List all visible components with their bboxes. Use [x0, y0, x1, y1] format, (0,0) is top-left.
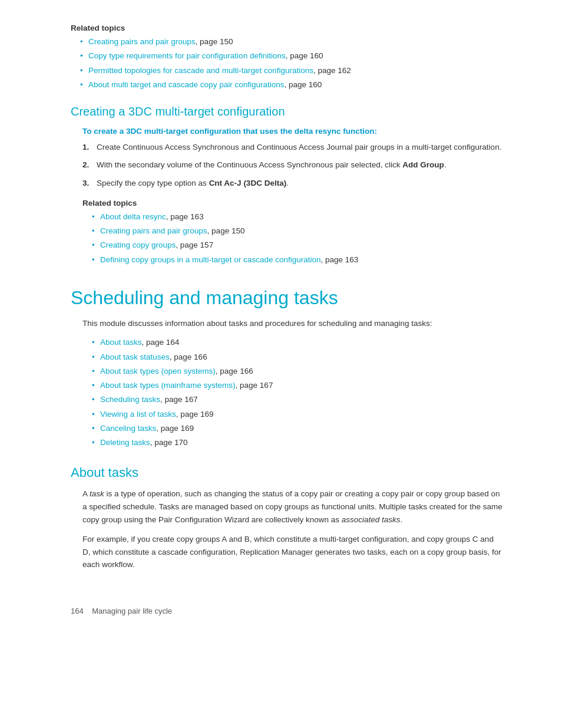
scheduling-list: About tasks, page 164 About task statuse…	[92, 337, 503, 449]
list-item: Viewing a list of tasks, page 169	[92, 409, 503, 420]
step-num: 3.	[82, 177, 97, 189]
page-ref: , page 167	[160, 395, 198, 404]
link-creating-pairs[interactable]: Creating pairs and pair groups	[88, 37, 196, 46]
section-scheduling: Scheduling and managing tasks This modul…	[71, 287, 503, 449]
list-item: Creating pairs and pair groups, page 150	[92, 225, 503, 237]
footer-page-number: 164	[71, 607, 84, 615]
link-about-multi-target[interactable]: About multi target and cascade copy pair…	[88, 80, 284, 89]
section-3dc-heading: Creating a 3DC multi-target configuratio…	[71, 105, 503, 118]
list-item: About task statuses, page 166	[92, 351, 503, 363]
link-deleting-tasks[interactable]: Deleting tasks	[100, 438, 150, 447]
list-item: Scheduling tasks, page 167	[92, 394, 503, 406]
list-item: About task types (mainframe systems), pa…	[92, 380, 503, 391]
scheduling-intro: This module discusses information about …	[82, 317, 503, 330]
about-tasks-para1: A task is a type of operation, such as c…	[82, 487, 503, 526]
page-ref: , page 162	[313, 66, 351, 75]
step-1: 1. Create Continuous Access Synchronous …	[82, 141, 503, 153]
link-about-task-types-open[interactable]: About task types (open systems)	[100, 367, 216, 375]
steps-list: 1. Create Continuous Access Synchronous …	[82, 141, 503, 189]
link-scheduling-tasks[interactable]: Scheduling tasks	[100, 395, 160, 404]
section-3dc-body: To create a 3DC multi-target configurati…	[82, 127, 503, 266]
list-item: About multi target and cascade copy pair…	[80, 79, 503, 91]
page-ref: , page 150	[207, 226, 245, 235]
page-content: Related topics Creating pairs and pair g…	[0, 0, 562, 651]
link-defining-copy-groups[interactable]: Defining copy groups in a multi-target o…	[100, 255, 320, 264]
list-item: About tasks, page 164	[92, 337, 503, 348]
step-3: 3. Specify the copy type option as Cnt A…	[82, 177, 503, 189]
list-item: About delta resync, page 163	[92, 211, 503, 223]
link-about-task-statuses[interactable]: About task statuses	[100, 353, 170, 361]
major-heading-scheduling: Scheduling and managing tasks	[71, 287, 503, 309]
link-about-tasks[interactable]: About tasks	[100, 338, 142, 347]
section-about-tasks-heading: About tasks	[71, 465, 503, 480]
page-ref: , page 163	[320, 255, 358, 264]
related-topics-top-label: Related topics	[71, 24, 503, 32]
page-ref: , page 166	[170, 353, 207, 361]
page-ref: , page 166	[216, 367, 253, 375]
section-3dc: Creating a 3DC multi-target configuratio…	[71, 105, 503, 266]
link-about-task-types-mainframe[interactable]: About task types (mainframe systems)	[100, 381, 236, 390]
related-topics-3dc-label: Related topics	[82, 199, 503, 207]
list-item: Creating copy groups, page 157	[92, 239, 503, 251]
link-about-delta-resync[interactable]: About delta resync	[100, 212, 166, 221]
list-item: Canceling tasks, page 169	[92, 423, 503, 434]
link-copy-type-req[interactable]: Copy type requirements for pair configur…	[88, 51, 286, 60]
page-ref: , page 169	[176, 410, 214, 419]
link-permitted-topologies[interactable]: Permitted topologies for cascade and mul…	[88, 66, 313, 75]
page-ref: , page 160	[284, 80, 322, 89]
link-creating-copy-groups[interactable]: Creating copy groups	[100, 241, 176, 249]
list-item: Deleting tasks, page 170	[92, 437, 503, 449]
list-item: About task types (open systems), page 16…	[92, 365, 503, 377]
link-canceling-tasks[interactable]: Canceling tasks	[100, 424, 156, 433]
link-viewing-list[interactable]: Viewing a list of tasks	[100, 410, 176, 419]
page-ref: , page 167	[236, 381, 273, 390]
page-ref: , page 150	[196, 37, 233, 46]
sub-heading-3dc: To create a 3DC multi-target configurati…	[82, 127, 503, 136]
link-creating-pairs-2[interactable]: Creating pairs and pair groups	[100, 226, 207, 235]
step-text: Specify the copy type option as Cnt Ac-J…	[97, 177, 503, 189]
about-tasks-para2: For example, if you create copy groups A…	[82, 533, 503, 571]
footer-text: Managing pair life cycle	[92, 607, 172, 615]
list-item: Creating pairs and pair groups, page 150	[80, 36, 503, 48]
footer: 164 Managing pair life cycle	[71, 607, 503, 615]
related-topics-top-section: Related topics Creating pairs and pair g…	[71, 24, 503, 91]
list-item: Permitted topologies for cascade and mul…	[80, 65, 503, 77]
page-ref: , page 157	[176, 241, 213, 249]
section-scheduling-body: This module discusses information about …	[82, 317, 503, 449]
page-ref: , page 160	[286, 51, 323, 60]
list-item: Copy type requirements for pair configur…	[80, 50, 503, 62]
page-ref: , page 163	[166, 212, 204, 221]
list-item: Defining copy groups in a multi-target o…	[92, 254, 503, 266]
step-num: 2.	[82, 159, 97, 171]
related-topics-3dc-list: About delta resync, page 163 Creating pa…	[92, 211, 503, 266]
step-num: 1.	[82, 141, 97, 153]
page-ref: , page 170	[150, 438, 188, 447]
related-topics-top-list: Creating pairs and pair groups, page 150…	[80, 36, 503, 91]
section-about-tasks-body: A task is a type of operation, such as c…	[82, 487, 503, 571]
step-2: 2. With the secondary volume of the Cont…	[82, 159, 503, 171]
step-text: With the secondary volume of the Continu…	[97, 159, 503, 171]
page-ref: , page 169	[156, 424, 194, 433]
step-text: Create Continuous Access Synchronous and…	[97, 141, 503, 153]
page-ref: , page 164	[142, 338, 180, 347]
section-about-tasks: About tasks A task is a type of operatio…	[71, 465, 503, 571]
